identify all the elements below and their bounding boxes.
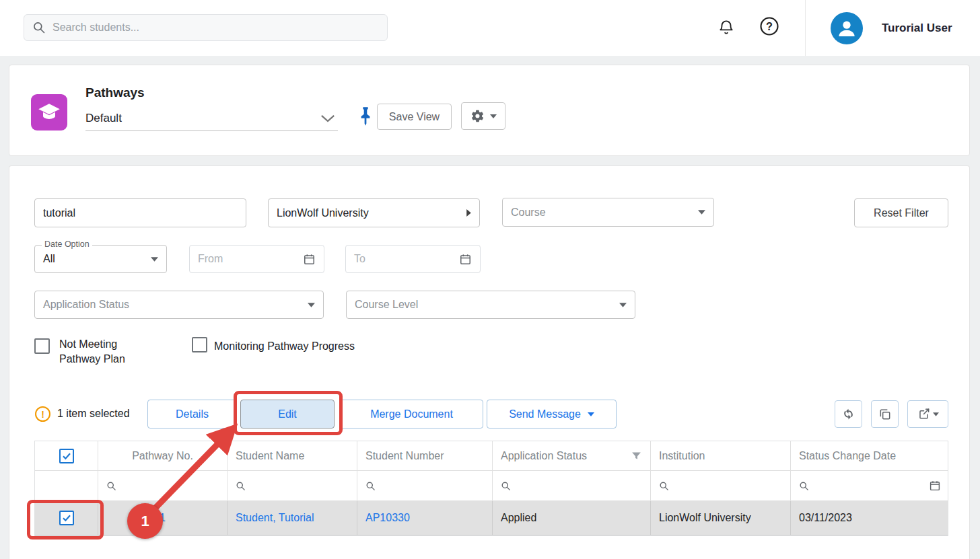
monitoring-pathway-progress-label: Monitoring Pathway Progress — [214, 339, 355, 354]
search-input[interactable] — [53, 22, 379, 34]
filter-funnel-icon[interactable] — [631, 450, 642, 461]
export-icon — [917, 408, 930, 420]
application-status-column-filter[interactable] — [493, 471, 651, 500]
date-from-placeholder: From — [198, 253, 298, 265]
page: ? Turorial User Pathways Default Save Vi… — [0, 0, 980, 559]
export-button[interactable] — [907, 400, 948, 428]
selection-count-text: 1 item selected — [57, 408, 130, 420]
student-search[interactable] — [24, 14, 388, 41]
application-status-cell: Applied — [493, 501, 651, 535]
save-view-button[interactable]: Save View — [377, 104, 452, 130]
info-icon: ! — [35, 406, 50, 422]
date-option-value: All — [43, 253, 145, 265]
institution-cell: LionWolf University — [651, 501, 791, 535]
copy-icon — [878, 408, 892, 421]
calendar-icon — [303, 253, 316, 266]
page-title: Pathways — [85, 85, 145, 100]
refresh-icon — [841, 407, 855, 421]
search-icon — [365, 481, 376, 491]
pathways-module-icon — [31, 94, 67, 131]
caret-right-icon — [466, 209, 471, 217]
notifications-bell-icon[interactable] — [718, 17, 735, 37]
caret-down-icon — [151, 257, 158, 262]
annotation-step-badge: 1 — [127, 503, 163, 539]
date-option-select[interactable]: Date Option All — [34, 245, 167, 273]
column-header-application-status[interactable]: Application Status — [493, 441, 651, 470]
course-level-filter[interactable]: Course Level — [346, 291, 635, 319]
topbar-divider — [805, 0, 806, 56]
not-meeting-pathway-plan-label: Not Meeting Pathway Plan — [59, 337, 140, 367]
pin-view-icon[interactable] — [358, 106, 373, 127]
copy-button[interactable] — [871, 400, 899, 428]
top-bar: ? Turorial User — [0, 0, 980, 56]
chevron-down-icon — [320, 114, 335, 122]
pathway-no-column-filter[interactable] — [98, 471, 228, 500]
monitoring-pathway-progress-checkbox[interactable] — [192, 337, 207, 352]
caret-down-icon — [698, 210, 705, 215]
search-icon — [799, 481, 809, 491]
select-all-checkbox[interactable] — [59, 449, 74, 463]
course-filter-placeholder: Course — [511, 207, 693, 219]
caret-down-icon — [933, 412, 939, 416]
reset-filter-button[interactable]: Reset Filter — [854, 198, 948, 227]
send-message-button[interactable]: Send Message — [487, 400, 617, 428]
date-to-placeholder: To — [354, 253, 454, 265]
keyword-filter-input[interactable] — [34, 198, 246, 227]
date-from-input[interactable]: From — [189, 245, 324, 273]
user-name: Turorial User — [882, 0, 952, 56]
svg-text:?: ? — [766, 20, 773, 32]
refresh-button[interactable] — [835, 400, 862, 428]
column-header-student-name[interactable]: Student Name — [228, 441, 357, 470]
caret-down-icon — [490, 114, 497, 118]
institution-filter[interactable]: LionWolf University — [268, 198, 480, 227]
check-icon — [61, 513, 72, 523]
graduation-cap-icon — [37, 100, 61, 124]
date-option-label: Date Option — [42, 239, 92, 249]
status-change-date-column-filter[interactable] — [791, 471, 949, 500]
caret-down-icon — [588, 412, 594, 416]
institution-column-filter[interactable] — [651, 471, 791, 500]
application-status-filter[interactable]: Application Status — [34, 291, 324, 319]
column-header-pathway-no[interactable]: Pathway No. — [98, 441, 228, 470]
details-button[interactable]: Details — [147, 400, 237, 428]
search-icon — [501, 481, 511, 491]
student-name-column-filter[interactable] — [228, 471, 357, 500]
send-message-label: Send Message — [509, 408, 581, 420]
search-icon — [32, 21, 46, 34]
row-checkbox[interactable] — [59, 511, 74, 525]
column-header-institution[interactable]: Institution — [651, 441, 791, 470]
student-number-column-filter[interactable] — [357, 471, 493, 500]
help-icon[interactable]: ? — [759, 16, 779, 36]
user-avatar[interactable] — [831, 12, 863, 44]
not-meeting-pathway-plan-checkbox[interactable] — [34, 338, 50, 354]
calendar-icon — [459, 253, 472, 266]
merge-document-button[interactable]: Merge Document — [340, 400, 483, 428]
settings-gear-button[interactable] — [461, 102, 505, 130]
status-change-date-cell: 03/11/2023 — [791, 501, 949, 535]
caret-down-icon — [308, 303, 315, 307]
person-icon — [835, 17, 858, 40]
table-row[interactable]: 1 Student, Tutorial AP10330 Applied Lion… — [35, 501, 948, 535]
student-name-link[interactable]: Student, Tutorial — [236, 512, 314, 524]
check-icon — [61, 451, 72, 461]
caret-down-icon — [619, 303, 627, 307]
search-icon — [236, 481, 246, 491]
search-icon — [106, 481, 116, 491]
edit-button[interactable]: Edit — [240, 400, 335, 428]
student-number-link[interactable]: AP10330 — [365, 512, 410, 524]
application-status-placeholder: Application Status — [43, 299, 302, 311]
pathways-table: Pathway No. Student Name Student Number … — [34, 441, 948, 536]
table-header-row: Pathway No. Student Name Student Number … — [35, 441, 948, 471]
search-icon — [659, 481, 669, 491]
column-header-status-change-date[interactable]: Status Change Date — [791, 441, 949, 470]
date-to-input[interactable]: To — [345, 245, 481, 273]
table-filter-row — [35, 471, 948, 501]
calendar-icon — [929, 480, 941, 492]
gear-icon — [470, 109, 485, 123]
column-header-student-number[interactable]: Student Number — [357, 441, 493, 470]
course-level-placeholder: Course Level — [355, 299, 614, 311]
institution-filter-value: LionWolf University — [277, 207, 461, 219]
view-select[interactable]: Default — [85, 106, 338, 131]
course-filter[interactable]: Course — [502, 198, 714, 227]
view-select-value: Default — [85, 112, 122, 125]
